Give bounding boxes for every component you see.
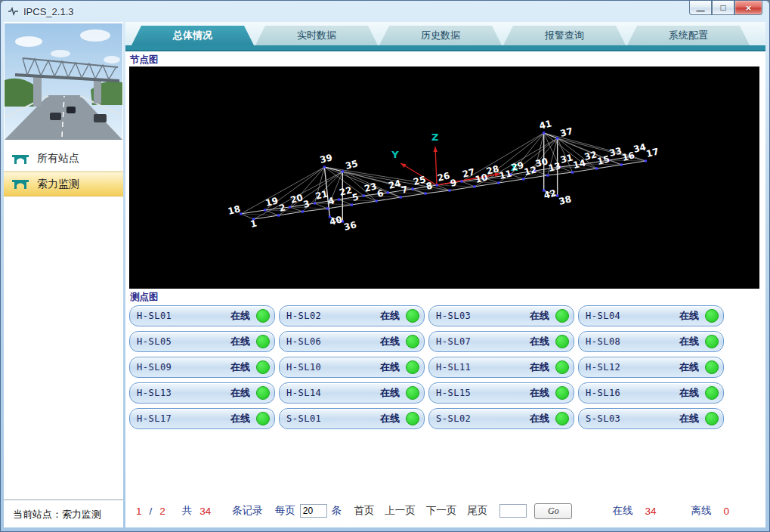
bridge-node-label: 37 [559,125,574,139]
online-indicator-icon [555,386,569,400]
per-page-prefix: 每页 [275,504,295,518]
station-name: H-SL01 [137,311,172,321]
records-suffix: 条记录 [232,504,263,518]
station-status: 在线 [530,386,549,400]
station-card[interactable]: H-SL06在线 [279,331,425,352]
bridge-node-label: 27 [461,166,476,180]
station-name: H-SL15 [436,388,471,398]
station-name: H-SL11 [436,362,471,373]
online-indicator-icon [406,360,419,374]
first-page-link[interactable]: 首页 [354,504,374,518]
online-indicator-icon [256,386,270,400]
go-button[interactable]: Go [534,503,572,519]
current-station-status: 当前站点：索力监测 [4,500,123,527]
goto-page-input[interactable] [499,504,527,518]
online-indicator-icon [406,412,419,425]
online-indicator-icon [705,412,719,425]
axis-y-label: Y [391,149,399,160]
station-card[interactable]: H-SL11在线 [428,357,574,378]
bridge-node-label: 35 [345,158,360,172]
online-indicator-icon [406,309,419,323]
station-card[interactable]: H-SL01在线 [129,305,275,326]
current-page: 1 [136,506,142,517]
station-card[interactable]: H-SL02在线 [279,305,425,326]
sidebar: 所有站点索力监测 当前站点：索力监测 [4,22,123,527]
tab-5[interactable]: 系统配置 [627,26,750,45]
bridge-icon [11,178,29,190]
station-card[interactable]: H-SL05在线 [129,331,275,352]
station-card[interactable]: H-SL16在线 [578,382,724,404]
bridge-node-label: 30 [534,156,549,169]
station-card[interactable]: H-SL03在线 [428,305,574,326]
prev-page-link[interactable]: 上一页 [385,504,416,518]
sidebar-menu: 所有站点索力监测 [4,147,123,196]
tab-3[interactable]: 历史数据 [379,26,502,45]
online-indicator-icon [705,386,719,400]
station-status: 在线 [380,412,400,425]
station-status: 在线 [679,386,699,400]
station-status: 在线 [679,309,699,323]
title-bar[interactable]: IPCS_2.1.3 [1,1,769,22]
bridge-photo [5,23,122,140]
total-prefix: 共 [182,504,193,518]
sidebar-item-label: 所有站点 [37,152,79,165]
bridge-node-label: 29 [510,159,525,173]
tab-1[interactable]: 总体情况 [131,26,254,45]
station-card[interactable]: H-SL13在线 [129,382,275,404]
station-card[interactable]: H-SL15在线 [428,382,574,404]
station-card[interactable]: H-SL17在线 [129,408,275,429]
station-status: 在线 [230,412,250,425]
maximize-button[interactable]: □ [712,1,734,15]
station-status: 在线 [230,335,250,348]
station-status: 在线 [230,309,250,323]
station-card[interactable]: H-SL09在线 [129,357,275,378]
station-status: 在线 [230,360,250,374]
online-indicator-icon [555,412,569,425]
station-card[interactable]: H-SL07在线 [428,331,574,352]
online-indicator-icon [705,360,719,374]
window-controls: — □ × [689,1,762,15]
next-page-link[interactable]: 下一页 [426,504,457,518]
online-indicator-icon [555,309,569,323]
station-card[interactable]: H-SL12在线 [578,357,724,378]
sidebar-item-2[interactable]: 索力监测 [4,172,123,196]
online-label: 在线 [612,504,632,518]
station-card[interactable]: H-SL04在线 [578,305,724,326]
station-status: 在线 [530,335,549,348]
station-name: H-SL08 [586,336,620,347]
station-card[interactable]: H-SL14在线 [279,382,425,404]
bridge-node-label: 18 [227,203,242,217]
bridge-node-label: 38 [558,193,573,207]
online-indicator-icon [705,335,719,348]
station-card[interactable]: H-SL08在线 [578,331,724,352]
station-name: H-SL10 [286,362,321,373]
station-card[interactable]: S-SL02在线 [428,408,574,429]
station-name: H-SL16 [586,388,620,398]
station-name: H-SL13 [137,388,172,398]
station-status: 在线 [380,386,400,400]
bridge-node-label: 39 [319,152,334,165]
bridge-node-label: 15 [596,153,611,167]
tab-2[interactable]: 实时数据 [255,26,378,45]
sidebar-item-1[interactable]: 所有站点 [4,147,123,172]
page-separator: / [150,506,153,517]
close-button[interactable]: × [734,1,762,15]
bridge-node-label: 26 [436,170,451,184]
station-card[interactable]: S-SL03在线 [578,408,724,429]
bridge-node-label: 11 [498,168,513,181]
tab-4[interactable]: 报警查询 [503,26,626,45]
sidebar-item-label: 索力监测 [37,178,79,191]
window-title: IPCS_2.1.3 [23,6,74,17]
station-card[interactable]: S-SL01在线 [279,408,425,429]
node-diagram-canvas[interactable]: ZYX1234567891011121314151617181920212223… [129,66,759,289]
minimize-button[interactable]: — [689,1,712,15]
station-card[interactable]: H-SL10在线 [279,357,425,378]
station-name: H-SL07 [436,336,471,347]
station-status: 在线 [380,360,400,374]
station-name: H-SL12 [586,362,620,373]
bridge-node-label: 41 [538,118,553,131]
last-page-link[interactable]: 尾页 [467,504,487,518]
bridge-node-label: 36 [343,219,358,233]
per-page-input[interactable] [300,504,327,518]
tab-underline-strip [125,45,765,51]
